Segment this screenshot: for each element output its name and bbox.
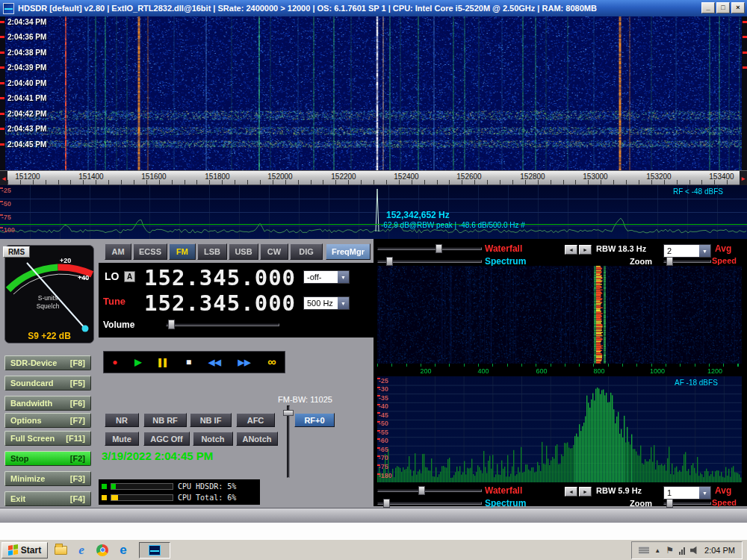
mode-dig-button[interactable]: DIG (290, 243, 323, 260)
rf-gain-button[interactable]: RF+0 (294, 413, 335, 427)
cpu-hdsdr-bar (111, 483, 173, 490)
af-waterfall-canvas[interactable] (377, 266, 742, 364)
spectrum-brightness-slider[interactable] (377, 257, 482, 266)
internet-explorer-icon[interactable]: e (73, 542, 90, 559)
ruler-tick-label: 152600 (449, 172, 489, 181)
af-rbw-decrease-button[interactable]: ◄ (565, 487, 577, 497)
fm-bandwidth-slider-thumb[interactable] (283, 410, 294, 416)
soundcard-button[interactable]: Soundcard[F5] (4, 376, 91, 391)
fm-bandwidth-slider[interactable] (283, 405, 294, 478)
hidden-icons-chevron-icon[interactable]: ▲ (654, 547, 660, 554)
af-avg-select[interactable]: 1 ▼ (663, 486, 711, 500)
nr-button[interactable]: NR (105, 413, 139, 427)
notch-button[interactable]: Notch (193, 432, 233, 446)
start-button[interactable]: Start (1, 542, 48, 559)
mode-cw-button[interactable]: CW (260, 243, 288, 260)
exit-button[interactable]: Exit[F4] (4, 491, 91, 506)
chrome-icon[interactable] (94, 542, 111, 559)
agc-button[interactable]: AGC Off (143, 432, 190, 446)
tune-frequency-display[interactable]: 152.345.000 (144, 290, 296, 316)
mode-usb-button[interactable]: USB (229, 243, 258, 260)
minimize-button[interactable]: _ (701, 2, 715, 13)
edge-icon[interactable]: e (115, 542, 131, 559)
chevron-down-icon[interactable]: ▼ (338, 297, 349, 309)
mode-fm-button[interactable]: FM (169, 243, 196, 260)
spectrum-tab[interactable]: Spectrum (485, 256, 526, 267)
af-spectrum-brightness-slider[interactable] (377, 499, 482, 508)
play-icon[interactable]: ▶ (134, 357, 141, 367)
af-db-label: -180 (379, 472, 392, 479)
chevron-down-icon[interactable]: ▼ (699, 487, 710, 499)
mode-ecss-button[interactable]: ECSS (133, 243, 167, 260)
ruler-scroll-left-icon[interactable]: ◄ (0, 171, 7, 186)
explorer-folder-icon[interactable] (52, 542, 69, 559)
rewind-icon[interactable]: ◀◀ (208, 358, 221, 367)
window-title: HDSDR [default] v2.80 | ExtIO_RTL2832.dl… (18, 4, 597, 13)
chevron-down-icon[interactable]: ▼ (338, 271, 349, 283)
af-tick-label: 200 (409, 367, 442, 375)
record-icon[interactable]: ● (112, 357, 117, 367)
rms-button[interactable]: RMS (3, 246, 30, 258)
hdsdr-taskbar-button[interactable] (139, 542, 170, 559)
bandwidth-button[interactable]: Bandwidth[F6] (4, 396, 91, 411)
avg-select[interactable]: 2 ▼ (663, 244, 711, 258)
stop-playback-icon[interactable]: ■ (186, 357, 191, 367)
tune-step-select[interactable]: 500 Hz ▼ (303, 296, 350, 310)
keyboard-layout-icon[interactable] (639, 547, 649, 554)
forward-icon[interactable]: ▶▶ (238, 358, 251, 367)
avg-label: Avg (715, 243, 731, 254)
minimize-app-button[interactable]: Minimize[F3] (4, 471, 91, 486)
af-zoom-label: Zoom (630, 499, 652, 508)
lo-step-select[interactable]: -off- ▼ (303, 270, 350, 284)
full-screen-button[interactable]: Full Screen[F11] (4, 431, 91, 446)
lo-lock-toggle[interactable]: A (124, 271, 135, 282)
af-waterfall-brightness-slider[interactable] (377, 486, 482, 495)
anotch-button[interactable]: ANotch (236, 432, 278, 446)
rbw-increase-button[interactable]: ► (579, 245, 592, 255)
nb-if-button[interactable]: NB IF (190, 413, 232, 427)
waterfall-tab[interactable]: Waterfall (485, 243, 522, 254)
main-waterfall-canvas[interactable] (0, 16, 747, 170)
mute-button[interactable]: Mute (105, 432, 139, 446)
frequency-ruler[interactable]: 151200 151400 151600 151800 152000 15220… (0, 170, 747, 185)
ruler-tick-marks (7, 180, 740, 184)
af-tick-label: 1200 (698, 367, 731, 375)
speaker-icon[interactable] (690, 546, 699, 555)
ruler-tick-label: 151600 (134, 172, 174, 181)
af-rbw-value: RBW 5.9 Hz (596, 486, 642, 495)
ruler-scroll-right-icon[interactable]: ► (740, 171, 747, 186)
close-button[interactable]: × (731, 2, 745, 13)
volume-slider-thumb[interactable] (168, 320, 175, 329)
action-center-flag-icon[interactable]: ⚑ (666, 545, 674, 556)
af-zoom-slider[interactable] (663, 499, 711, 508)
lo-label: LO (105, 270, 119, 282)
ruler-tick-label: 152800 (512, 172, 553, 181)
afc-button[interactable]: AFC (236, 413, 275, 427)
chevron-down-icon[interactable]: ▼ (699, 245, 710, 257)
zoom-slider[interactable] (663, 257, 711, 266)
af-rbw-increase-button[interactable]: ► (579, 487, 592, 497)
options-button[interactable]: Options[F7] (4, 413, 91, 428)
waterfall-brightness-slider[interactable] (377, 244, 482, 253)
nb-rf-button[interactable]: NB RF (143, 413, 187, 427)
af-spectrum-canvas[interactable] (377, 376, 742, 482)
af-spectrum-tab[interactable]: Spectrum (485, 498, 526, 508)
network-icon[interactable] (679, 547, 685, 555)
rbw-decrease-button[interactable]: ◄ (565, 245, 577, 255)
taskbar-clock[interactable]: 2:04 PM (704, 546, 735, 555)
af-tick-label: 400 (467, 367, 500, 375)
stop-button[interactable]: Stop[F2] (4, 451, 91, 466)
sdr-device-button[interactable]: SDR-Device[F8] (4, 355, 91, 370)
s-meter-plus20-label: +20 (60, 257, 71, 264)
af-waterfall-tab[interactable]: Waterfall (485, 485, 522, 496)
main-spectrum-canvas[interactable] (0, 185, 747, 239)
maximize-button[interactable]: □ (716, 2, 730, 13)
lo-frequency-display[interactable]: 152.345.000 (144, 265, 296, 290)
volume-slider[interactable] (166, 320, 279, 329)
ruler-tick-label: 151200 (7, 172, 48, 181)
mode-lsb-button[interactable]: LSB (197, 243, 227, 260)
pause-icon[interactable]: ▌▌ (158, 358, 169, 367)
loop-icon[interactable]: ∞ (267, 355, 276, 369)
mode-am-button[interactable]: AM (105, 243, 131, 260)
freqmgr-button[interactable]: FreqMgr (326, 243, 371, 260)
